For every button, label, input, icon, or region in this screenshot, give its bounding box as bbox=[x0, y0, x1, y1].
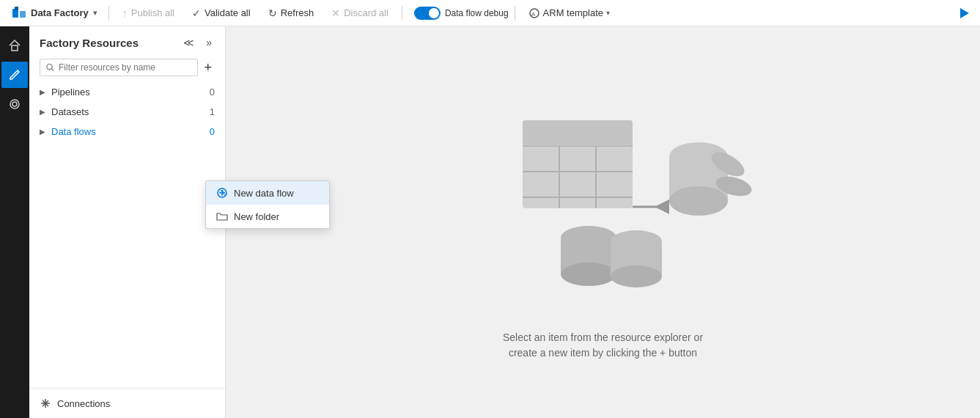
sidebar-item-home[interactable] bbox=[1, 32, 28, 59]
new-folder-icon bbox=[216, 210, 228, 222]
refresh-icon: ↻ bbox=[268, 7, 277, 19]
svg-point-34 bbox=[561, 263, 616, 286]
datasets-count: 1 bbox=[210, 106, 215, 117]
dataflows-label: Data flows bbox=[51, 126, 96, 137]
resource-header-icons: ≪ » bbox=[180, 35, 215, 50]
svg-rect-2 bbox=[15, 7, 18, 10]
arm-button[interactable]: A ARM template ▾ bbox=[521, 4, 617, 22]
dataflows-count: 0 bbox=[210, 126, 215, 137]
validate-button[interactable]: ✓ Validate all bbox=[185, 4, 258, 22]
resource-item-datasets[interactable]: ▶ Datasets 1 bbox=[29, 102, 225, 122]
arm-chevron: ▾ bbox=[606, 9, 610, 17]
dataflows-chevron: ▶ bbox=[40, 128, 45, 136]
svg-point-7 bbox=[10, 100, 19, 109]
context-menu-new-folder[interactable]: New folder bbox=[206, 205, 329, 228]
svg-rect-6 bbox=[12, 45, 18, 51]
publish-icon: ↑ bbox=[122, 7, 128, 19]
resource-item-dataflows[interactable]: ▶ Data flows 0 bbox=[29, 122, 225, 142]
connections-item[interactable]: Connections bbox=[29, 388, 225, 418]
minimize-button[interactable]: » bbox=[203, 35, 215, 50]
context-menu-new-dataflow[interactable]: New data flow bbox=[206, 181, 329, 205]
empty-state-text: Select an item from the resource explore… bbox=[503, 330, 703, 361]
brand-chevron[interactable]: ▾ bbox=[93, 9, 97, 17]
refresh-button[interactable]: ↻ Refresh bbox=[261, 4, 322, 22]
empty-line1: Select an item from the resource explore… bbox=[503, 331, 703, 343]
home-icon bbox=[8, 39, 21, 52]
main-content: Select an item from the resource explore… bbox=[226, 26, 980, 418]
context-menu: New data flow New folder bbox=[205, 180, 330, 229]
empty-state: Select an item from the resource explore… bbox=[449, 84, 757, 361]
svg-line-10 bbox=[52, 69, 54, 70]
publish-button[interactable]: ↑ Publish all bbox=[115, 4, 182, 22]
connections-icon bbox=[40, 397, 51, 409]
sidebar-item-edit[interactable] bbox=[1, 62, 28, 88]
pipelines-label: Pipelines bbox=[51, 87, 90, 98]
svg-text:A: A bbox=[531, 11, 536, 18]
monitor-icon bbox=[8, 98, 21, 111]
sidebar-item-monitor[interactable] bbox=[1, 91, 28, 117]
divider-2 bbox=[402, 6, 402, 21]
svg-rect-1 bbox=[20, 11, 26, 18]
pipelines-chevron: ▶ bbox=[40, 88, 45, 96]
arm-icon: A bbox=[528, 7, 540, 19]
datasets-chevron: ▶ bbox=[40, 108, 45, 116]
debug-toggle[interactable] bbox=[414, 7, 441, 20]
debug-toggle-group: Data flow debug bbox=[414, 7, 509, 20]
svg-rect-24 bbox=[523, 120, 633, 146]
validate-icon: ✓ bbox=[192, 7, 201, 19]
svg-marker-5 bbox=[960, 8, 969, 18]
search-box bbox=[40, 59, 198, 76]
run-button[interactable] bbox=[954, 3, 974, 23]
connections-label: Connections bbox=[57, 398, 110, 409]
brand-area: Data Factory ▾ bbox=[6, 6, 103, 21]
icon-rail bbox=[0, 26, 29, 418]
resource-title: Factory Resources bbox=[40, 37, 139, 49]
discard-button[interactable]: ✕ Discard all bbox=[324, 4, 396, 22]
svg-point-29 bbox=[669, 186, 728, 216]
search-icon bbox=[46, 63, 54, 72]
svg-point-37 bbox=[611, 265, 662, 287]
pencil-icon bbox=[8, 68, 21, 81]
divider-3 bbox=[515, 6, 515, 21]
search-input[interactable] bbox=[59, 62, 192, 73]
datasets-label: Datasets bbox=[51, 106, 89, 117]
main-layout: Factory Resources ≪ » + ▶ Pipelines 0 bbox=[0, 26, 980, 418]
brand-label: Data Factory bbox=[31, 7, 89, 18]
collapse-button[interactable]: ≪ bbox=[180, 35, 197, 50]
pipelines-count: 0 bbox=[210, 87, 215, 98]
divider-1 bbox=[108, 6, 109, 21]
run-icon bbox=[957, 7, 970, 20]
resource-panel: Factory Resources ≪ » + ▶ Pipelines 0 bbox=[29, 26, 226, 418]
svg-point-9 bbox=[47, 64, 52, 69]
resource-item-pipelines[interactable]: ▶ Pipelines 0 bbox=[29, 82, 225, 102]
new-dataflow-icon bbox=[216, 187, 228, 199]
brand-icon bbox=[12, 6, 26, 21]
debug-label: Data flow debug bbox=[445, 8, 509, 18]
new-dataflow-label: New data flow bbox=[234, 188, 294, 199]
search-container: + bbox=[29, 56, 225, 82]
add-resource-button[interactable]: + bbox=[201, 59, 215, 76]
resource-header: Factory Resources ≪ » bbox=[29, 26, 225, 56]
discard-icon: ✕ bbox=[331, 7, 340, 19]
new-folder-label: New folder bbox=[234, 211, 279, 222]
top-bar: Data Factory ▾ ↑ Publish all ✓ Validate … bbox=[0, 0, 980, 26]
empty-state-illustration bbox=[449, 84, 757, 318]
svg-point-8 bbox=[12, 102, 17, 106]
empty-line2: create a new item by clicking the + butt… bbox=[509, 347, 697, 359]
